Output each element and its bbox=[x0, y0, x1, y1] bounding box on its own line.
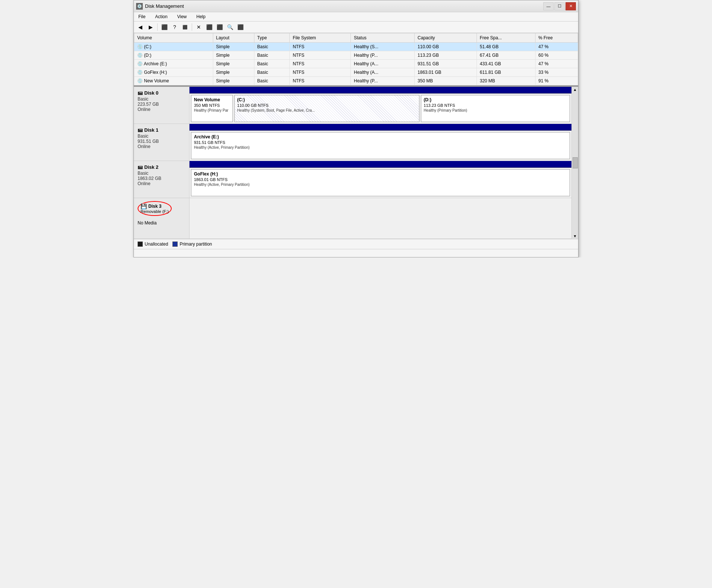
legend-primary-box bbox=[172, 242, 178, 247]
format-button[interactable]: ⬛ bbox=[180, 23, 190, 32]
title-bar-buttons: — ☐ ✕ bbox=[543, 2, 576, 10]
partition-health: Healthy (Primary Partition) bbox=[424, 108, 567, 112]
delete-button[interactable]: ✕ bbox=[194, 23, 204, 32]
cell-pct: 47 % bbox=[535, 43, 578, 51]
table-row[interactable]: 💿 Archive (E:)SimpleBasicNTFSHealthy (A.… bbox=[134, 60, 578, 68]
partition-name: GoFlex (H:) bbox=[194, 171, 567, 177]
col-filesystem: File System bbox=[290, 33, 351, 43]
cell-capacity: 350 MB bbox=[415, 77, 477, 85]
disk-0-partitions: New Volume 350 MB NTFS Healthy (Primary … bbox=[189, 87, 571, 124]
help-button[interactable]: ? bbox=[170, 23, 179, 32]
cell-volume: 💿 (D:) bbox=[134, 51, 213, 60]
disk-1-type: Basic bbox=[138, 134, 185, 139]
cell-free: 320 MB bbox=[477, 77, 535, 85]
title-bar-left: 💿 Disk Management bbox=[136, 3, 184, 10]
cell-status: Healthy (A... bbox=[351, 68, 415, 77]
table-row[interactable]: 💿 (C:)SimpleBasicNTFSHealthy (S...110.00… bbox=[134, 43, 578, 51]
legend-bar: Unallocated Primary partition bbox=[134, 239, 578, 249]
search-button[interactable]: 🔍 bbox=[225, 23, 235, 32]
scrollbar[interactable]: ▲ ▼ bbox=[571, 87, 578, 239]
cell-status: Healthy (A... bbox=[351, 60, 415, 68]
disk-2-row: 🖴 Disk 2 Basic 1863.02 GB Online GoFlex … bbox=[134, 161, 571, 198]
cell-layout: Simple bbox=[213, 51, 254, 60]
menu-file[interactable]: File bbox=[135, 13, 148, 20]
cell-layout: Simple bbox=[213, 43, 254, 51]
disk-2-type: Basic bbox=[138, 171, 185, 176]
disk-3-no-media: No Media bbox=[138, 220, 185, 226]
menu-action[interactable]: Action bbox=[152, 13, 170, 20]
disk-2-size: 1863.02 GB bbox=[138, 176, 185, 181]
forward-button[interactable]: ▶ bbox=[146, 23, 155, 32]
disk-3-label: 💾 Disk 3 Removable (F:) No Media bbox=[134, 198, 189, 239]
cell-capacity: 931.51 GB bbox=[415, 60, 477, 68]
partition-goflex[interactable]: GoFlex (H:) 1863.01 GB NTFS Healthy (Act… bbox=[191, 169, 570, 196]
cell-free: 433.41 GB bbox=[477, 60, 535, 68]
volume-table-container: Volume Layout Type File System Status Ca… bbox=[134, 33, 578, 86]
disk-1-name: 🖴 Disk 1 bbox=[138, 127, 185, 133]
volume-icon: 💿 bbox=[137, 61, 144, 66]
legend-unallocated-box bbox=[138, 242, 143, 247]
cell-free: 67.41 GB bbox=[477, 51, 535, 60]
cell-type: Basic bbox=[254, 43, 290, 51]
col-pctfree: % Free bbox=[535, 33, 578, 43]
partition-new-volume[interactable]: New Volume 350 MB NTFS Healthy (Primary … bbox=[191, 95, 233, 122]
partition-size: 113.23 GB NTFS bbox=[424, 103, 567, 108]
minimize-button[interactable]: — bbox=[543, 2, 554, 10]
disk-3-type-text: Removable (F:) bbox=[141, 209, 169, 214]
disk-0-size: 223.57 GB bbox=[138, 102, 185, 107]
disk-3-partitions bbox=[189, 198, 571, 239]
paste-button[interactable]: ⬛ bbox=[215, 23, 224, 32]
menu-help[interactable]: Help bbox=[194, 13, 209, 20]
menu-bar: File Action View Help bbox=[134, 12, 578, 22]
volume-icon: 💿 bbox=[137, 78, 144, 83]
col-volume: Volume bbox=[134, 33, 213, 43]
volume-table: Volume Layout Type File System Status Ca… bbox=[134, 33, 578, 85]
properties-button[interactable]: ⬛ bbox=[159, 23, 169, 32]
back-button[interactable]: ◀ bbox=[135, 23, 145, 32]
cell-layout: Simple bbox=[213, 77, 254, 85]
disk-0-status: Online bbox=[138, 107, 185, 112]
partition-d[interactable]: (D:) 113.23 GB NTFS Healthy (Primary Par… bbox=[421, 95, 570, 122]
copy-button[interactable]: ⬛ bbox=[204, 23, 214, 32]
disk-2-status: Online bbox=[138, 181, 185, 186]
cell-pct: 91 % bbox=[535, 77, 578, 85]
disk-0-partition-body: New Volume 350 MB NTFS Healthy (Primary … bbox=[189, 93, 571, 124]
disk-3-name-circle: 💾 Disk 3 Removable (F:) bbox=[138, 201, 172, 216]
cell-capacity: 113.23 GB bbox=[415, 51, 477, 60]
partition-archive[interactable]: Archive (E:) 931.51 GB NTFS Healthy (Act… bbox=[191, 132, 570, 159]
partition-health: Healthy (System, Boot, Page File, Active… bbox=[237, 108, 416, 112]
cell-volume: 💿 (C:) bbox=[134, 43, 213, 51]
disk-icon-3: 💾 bbox=[141, 203, 147, 209]
main-window: 💿 Disk Management — ☐ ✕ File Action View… bbox=[134, 0, 578, 257]
cell-status: Healthy (S... bbox=[351, 43, 415, 51]
disk-icon-1: 🖴 bbox=[138, 127, 143, 133]
disk-1-partition-body: Archive (E:) 931.51 GB NTFS Healthy (Act… bbox=[189, 131, 571, 161]
maximize-button[interactable]: ☐ bbox=[554, 2, 565, 10]
scroll-up-button[interactable]: ▲ bbox=[573, 87, 578, 92]
partition-name: New Volume bbox=[194, 97, 230, 102]
disk-1-header-bar bbox=[189, 124, 571, 131]
window-title: Disk Management bbox=[145, 3, 184, 9]
disk-icon-0: 🖴 bbox=[138, 90, 143, 96]
status-bar bbox=[134, 249, 578, 257]
disk-3-name-inner: 💾 Disk 3 bbox=[141, 203, 169, 209]
menu-view[interactable]: View bbox=[174, 13, 190, 20]
refresh-button[interactable]: ⬛ bbox=[235, 23, 245, 32]
disk-3-name-text: Disk 3 bbox=[148, 204, 161, 209]
partition-c[interactable]: (C:) 110.00 GB NTFS Healthy (System, Boo… bbox=[234, 95, 419, 122]
scroll-down-button[interactable]: ▼ bbox=[573, 233, 578, 239]
table-row[interactable]: 💿 New VolumeSimpleBasicNTFSHealthy (P...… bbox=[134, 77, 578, 85]
cell-fs: NTFS bbox=[290, 51, 351, 60]
cell-volume: 💿 New Volume bbox=[134, 77, 213, 85]
table-row[interactable]: 💿 (D:)SimpleBasicNTFSHealthy (P...113.23… bbox=[134, 51, 578, 60]
scroll-thumb[interactable] bbox=[573, 157, 578, 168]
cell-pct: 60 % bbox=[535, 51, 578, 60]
cell-fs: NTFS bbox=[290, 43, 351, 51]
table-header-row: Volume Layout Type File System Status Ca… bbox=[134, 33, 578, 43]
cell-capacity: 110.00 GB bbox=[415, 43, 477, 51]
app-icon: 💿 bbox=[136, 3, 143, 10]
table-row[interactable]: 💿 GoFlex (H:)SimpleBasicNTFSHealthy (A..… bbox=[134, 68, 578, 77]
partition-health: Healthy (Primary Par bbox=[194, 108, 230, 112]
close-button[interactable]: ✕ bbox=[566, 2, 576, 10]
cell-type: Basic bbox=[254, 68, 290, 77]
